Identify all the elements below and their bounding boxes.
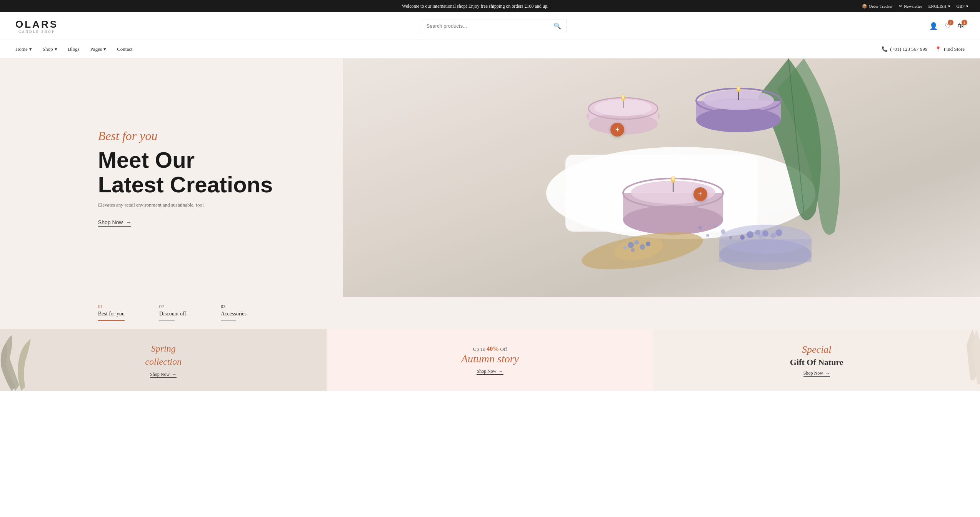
svg-point-40 bbox=[762, 230, 768, 237]
svg-point-34 bbox=[631, 248, 635, 252]
site-logo[interactable]: OLARS CANDLE SHOP bbox=[15, 18, 58, 33]
plus-icon-2: + bbox=[698, 190, 702, 198]
find-store-link[interactable]: 📍 Find Store bbox=[935, 46, 965, 52]
email-icon: ✉ bbox=[899, 4, 902, 9]
arrow-right-icon: → bbox=[499, 369, 503, 374]
newsletter-link[interactable]: ✉ Newsletter bbox=[899, 4, 922, 9]
svg-point-41 bbox=[770, 233, 776, 238]
hero-script-text: Best for you bbox=[98, 129, 273, 143]
nature-plant-decoration bbox=[942, 329, 980, 389]
svg-point-49 bbox=[713, 224, 717, 228]
tab-number-2: 02 bbox=[159, 304, 186, 310]
promo-banners: Springcollection Shop Now → Up To 40% Of… bbox=[0, 329, 980, 391]
svg-point-47 bbox=[721, 229, 725, 234]
tab-label-2: Discount off bbox=[159, 311, 186, 317]
language-selector[interactable]: ENGLISH ▾ bbox=[928, 4, 950, 9]
hero-title: Meet Our Latest Creations bbox=[98, 148, 273, 197]
phone-contact[interactable]: 📞 (+01) 123 567 999 bbox=[882, 46, 927, 52]
tab-underline-inactive-2 bbox=[221, 320, 236, 321]
svg-point-48 bbox=[729, 236, 732, 239]
svg-point-13 bbox=[696, 108, 781, 132]
hero-content: Best for you Meet Our Latest Creations E… bbox=[0, 129, 273, 227]
svg-point-45 bbox=[698, 226, 702, 230]
arrow-right-icon: → bbox=[172, 372, 177, 377]
tab-label-3: Accessories bbox=[221, 311, 247, 317]
hero-image: + + bbox=[343, 58, 980, 297]
wishlist-icon[interactable]: ♡ 2 bbox=[945, 22, 951, 30]
nav-item-home[interactable]: Home ▾ bbox=[15, 41, 32, 58]
order-tracker-link[interactable]: 📦 Order Tracker bbox=[862, 4, 893, 9]
chevron-down-icon: ▾ bbox=[55, 46, 57, 52]
chevron-down-icon: ▾ bbox=[948, 4, 950, 9]
hero-subtitle: Elevates any retail environment and sust… bbox=[98, 202, 273, 208]
tab-discount-off[interactable]: 02 Discount off bbox=[159, 304, 198, 325]
svg-point-33 bbox=[646, 242, 650, 246]
banner-autumn-cta[interactable]: Shop Now → bbox=[477, 369, 503, 375]
chevron-down-icon: ▾ bbox=[29, 46, 32, 52]
tab-best-for-you[interactable]: 01 Best for you bbox=[98, 304, 136, 325]
svg-point-18 bbox=[737, 87, 740, 90]
nav-item-pages[interactable]: Pages ▾ bbox=[90, 41, 106, 58]
wishlist-badge: 2 bbox=[948, 20, 953, 25]
search-button[interactable]: 🔍 bbox=[553, 22, 561, 30]
arrow-right-icon: → bbox=[126, 219, 131, 225]
banner-autumn-script: Autumn story bbox=[461, 352, 519, 365]
banner-autumn-prefix: Up To 40% Off bbox=[461, 345, 519, 352]
banner-spring: Springcollection Shop Now → bbox=[0, 329, 327, 391]
currency-selector[interactable]: GBP ▾ bbox=[957, 4, 968, 9]
search-icon: 🔍 bbox=[553, 23, 561, 29]
svg-point-26 bbox=[672, 176, 675, 180]
nav-item-contact[interactable]: Contact bbox=[117, 41, 132, 58]
banner-nature: Special Gift Of Nature Shop Now → bbox=[653, 329, 980, 391]
cart-badge: 1 bbox=[962, 20, 967, 25]
header-actions: 👤 ♡ 2 🛍 1 bbox=[929, 22, 965, 30]
announcement-bar: Welcome to our international shop! Enjoy… bbox=[0, 0, 980, 12]
nav-item-shop[interactable]: Shop ▾ bbox=[43, 41, 57, 58]
user-icon: 👤 bbox=[929, 22, 938, 30]
logo-subtext: CANDLE SHOP bbox=[18, 30, 55, 33]
tab-accessories[interactable]: 03 Accessories bbox=[221, 304, 258, 325]
banner-nature-cta[interactable]: Shop Now → bbox=[803, 370, 830, 377]
svg-point-38 bbox=[747, 231, 753, 238]
shop-now-button[interactable]: Shop Now → bbox=[98, 219, 132, 227]
spring-plant-decoration bbox=[0, 331, 50, 391]
product-tabs: 01 Best for you 02 Discount off 03 Acces… bbox=[0, 297, 980, 329]
account-icon[interactable]: 👤 bbox=[929, 22, 938, 30]
tab-underline-active bbox=[98, 320, 125, 321]
svg-point-31 bbox=[640, 244, 645, 250]
svg-point-46 bbox=[706, 234, 709, 237]
svg-point-44 bbox=[758, 234, 763, 238]
site-header: OLARS CANDLE SHOP 🔍 👤 ♡ 2 🛍 1 bbox=[0, 12, 980, 40]
chevron-down-icon-2: ▾ bbox=[966, 4, 968, 9]
svg-point-37 bbox=[719, 225, 812, 254]
plus-icon-1: + bbox=[615, 125, 620, 134]
hotspot-2[interactable]: + bbox=[693, 187, 707, 201]
banner-autumn: Up To 40% Off Autumn story Shop Now → bbox=[327, 329, 653, 391]
arrow-right-icon: → bbox=[825, 370, 830, 376]
nav-right: 📞 (+01) 123 567 999 📍 Find Store bbox=[882, 46, 965, 52]
phone-icon: 📞 bbox=[882, 46, 888, 52]
logo-text: OLARS bbox=[15, 18, 58, 30]
order-icon: 📦 bbox=[862, 4, 867, 9]
cart-icon[interactable]: 🛍 1 bbox=[958, 22, 965, 30]
svg-point-30 bbox=[634, 240, 639, 245]
svg-point-10 bbox=[622, 95, 624, 99]
tab-label-1: Best for you bbox=[98, 311, 125, 317]
banner-nature-script: Special bbox=[790, 344, 843, 355]
nav-item-blogs[interactable]: Blogs bbox=[68, 41, 80, 58]
banner-spring-cta[interactable]: Shop Now → bbox=[150, 372, 177, 378]
svg-point-21 bbox=[623, 205, 723, 235]
svg-point-42 bbox=[740, 235, 745, 240]
search-bar[interactable]: 🔍 bbox=[421, 20, 567, 32]
tab-number-3: 03 bbox=[221, 304, 247, 310]
candle-scene-svg bbox=[343, 58, 980, 297]
svg-point-43 bbox=[775, 229, 782, 236]
banner-nature-title: Gift Of Nature bbox=[790, 357, 843, 367]
location-icon: 📍 bbox=[935, 46, 941, 52]
banner-spring-script: Springcollection bbox=[145, 342, 182, 368]
svg-point-32 bbox=[623, 246, 627, 250]
search-input[interactable] bbox=[427, 23, 553, 29]
nav-items-left: Home ▾ Shop ▾ Blogs Pages ▾ Contact bbox=[15, 41, 133, 58]
hero-section: Best for you Meet Our Latest Creations E… bbox=[0, 58, 980, 297]
main-nav: Home ▾ Shop ▾ Blogs Pages ▾ Contact 📞 (+… bbox=[0, 40, 980, 58]
